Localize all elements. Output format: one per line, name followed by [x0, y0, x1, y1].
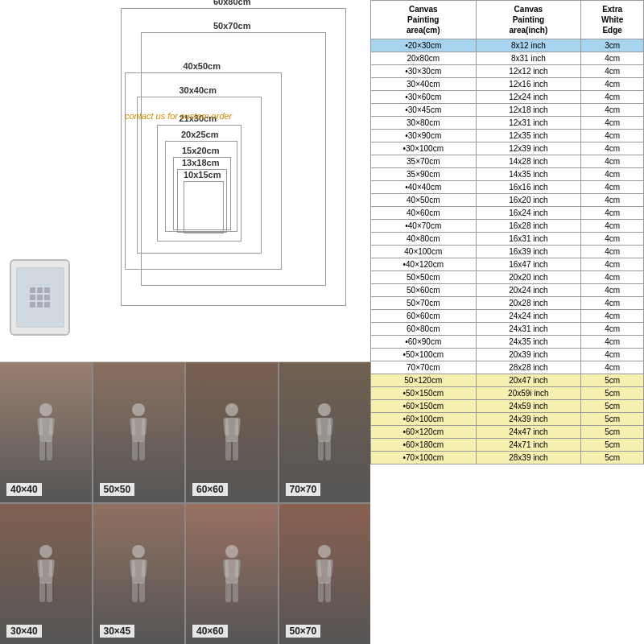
svg-rect-5 [47, 440, 52, 460]
svg-point-36 [225, 545, 238, 558]
photo-cell-label: 40×60 [192, 625, 228, 638]
right-panel: CanvasPaintingarea(cm) CanvasPaintingare… [370, 0, 644, 644]
svg-rect-22 [318, 440, 324, 460]
table-row: •30×30cm12x12 inch4cm [371, 65, 644, 78]
table-cell-26-2: 5cm [581, 374, 644, 387]
table-cell-3-0: 30×40cm [371, 78, 477, 91]
table-cell-21-0: 60×60cm [371, 310, 477, 323]
table-cell-12-0: 40×50cm [371, 194, 477, 207]
table-cell-21-2: 4cm [581, 310, 644, 323]
table-cell-22-0: 60×80cm [371, 323, 477, 336]
table-cell-5-0: •30×45cm [371, 104, 477, 117]
svg-rect-11 [139, 440, 145, 460]
canvas-rect-8 [184, 181, 224, 233]
photo-cell: 30×40 [0, 504, 92, 644]
table-cell-10-2: 4cm [581, 168, 644, 181]
table-cell-28-2: 5cm [581, 400, 644, 413]
svg-rect-46 [318, 582, 324, 602]
table-cell-31-0: •60×180cm [371, 439, 477, 452]
table-row: •30×90cm12x35 inch4cm [371, 130, 644, 142]
table-cell-23-1: 24x35 inch [476, 336, 581, 349]
table-cell-29-1: 24x39 inch [476, 413, 581, 426]
table-cell-2-0: •30×30cm [371, 65, 477, 78]
table-row: •60×120cm24x47 inch5cm [371, 426, 644, 439]
table-row: 30×80cm12x31 inch4cm [371, 117, 644, 130]
table-row: 35×90cm14x35 inch4cm [371, 168, 644, 181]
table-cell-15-1: 16x31 inch [476, 233, 581, 246]
table-cell-22-2: 4cm [581, 323, 644, 336]
table-cell-30-1: 24x47 inch [476, 426, 581, 439]
col-header-2: CanvasPaintingarea(inch) [476, 1, 581, 39]
rect-label-0: 60x80cm [213, 0, 251, 6]
table-cell-7-2: 4cm [581, 130, 644, 142]
table-row: 50×60cm20x24 inch4cm [371, 284, 644, 297]
svg-point-12 [225, 403, 238, 416]
table-cell-27-0: •50×150cm [371, 387, 477, 400]
table-cell-25-1: 28x28 inch [476, 361, 581, 374]
svg-point-18 [318, 403, 331, 416]
table-cell-5-1: 12x18 inch [476, 104, 581, 117]
table-row: 50×50cm20x20 inch4cm [371, 271, 644, 284]
table-cell-9-1: 14x28 inch [476, 155, 581, 168]
table-cell-29-2: 5cm [581, 413, 644, 426]
photo-cell-label: 70×70 [286, 483, 321, 496]
table-cell-7-0: •30×90cm [371, 130, 477, 142]
size-table: CanvasPaintingarea(cm) CanvasPaintingare… [370, 0, 644, 464]
table-cell-20-2: 4cm [581, 297, 644, 310]
col-header-3: ExtraWhiteEdge [581, 1, 644, 39]
table-cell-12-1: 16x20 inch [476, 194, 581, 207]
table-row: •20×30cm8x12 inch3cm [371, 39, 644, 52]
svg-point-0 [39, 403, 52, 416]
table-cell-30-2: 5cm [581, 426, 644, 439]
table-row: 30×40cm12x16 inch4cm [371, 78, 644, 91]
table-cell-5-2: 4cm [581, 104, 644, 117]
svg-point-30 [132, 545, 145, 558]
svg-rect-16 [225, 440, 231, 460]
table-cell-1-0: 20x80cm [371, 52, 477, 65]
table-cell-3-1: 12x16 inch [476, 78, 581, 91]
table-cell-16-1: 16x39 inch [476, 246, 581, 258]
table-cell-0-1: 8x12 inch [476, 39, 581, 52]
photo-cell: 50×70 [279, 504, 371, 644]
table-cell-20-1: 20x28 inch [476, 297, 581, 310]
table-cell-10-1: 14x35 inch [476, 168, 581, 181]
table-cell-16-2: 4cm [581, 246, 644, 258]
svg-rect-35 [139, 582, 145, 602]
table-cell-3-2: 4cm [581, 78, 644, 91]
table-cell-13-0: 40×60cm [371, 207, 477, 220]
rect-label-5: 20x25cm [181, 130, 219, 139]
table-container[interactable]: CanvasPaintingarea(cm) CanvasPaintingare… [370, 0, 644, 644]
svg-rect-41 [233, 582, 238, 602]
table-cell-27-1: 20x59i inch [476, 387, 581, 400]
table-row: •50×100cm20x39 inch4cm [371, 349, 644, 361]
table-cell-28-1: 24x59 inch [476, 400, 581, 413]
table-cell-1-1: 8x31 inch [476, 52, 581, 65]
table-cell-16-0: 40×100cm [371, 246, 477, 258]
table-cell-14-2: 4cm [581, 220, 644, 233]
table-cell-19-0: 50×60cm [371, 284, 477, 297]
table-row: 20x80cm8x31 inch4cm [371, 52, 644, 65]
table-row: •70×100cm28x39 inch5cm [371, 452, 644, 464]
table-cell-32-1: 28x39 inch [476, 452, 581, 464]
table-row: •60×90cm24x35 inch4cm [371, 336, 644, 349]
table-cell-23-0: •60×90cm [371, 336, 477, 349]
table-row: •60×180cm24x71 inch5cm [371, 439, 644, 452]
table-cell-19-1: 20x24 inch [476, 284, 581, 297]
table-cell-9-2: 4cm [581, 155, 644, 168]
photo-grid: 40×40 50×50 60×60 70×70 30×40 [0, 362, 370, 644]
table-row: 40×100cm16x39 inch4cm [371, 246, 644, 258]
photo-cell-label: 50×70 [286, 625, 321, 638]
table-cell-18-2: 4cm [581, 271, 644, 284]
table-row: 40×80cm16x31 inch4cm [371, 233, 644, 246]
table-cell-8-1: 12x39 inch [476, 142, 581, 155]
svg-rect-29 [47, 582, 52, 602]
table-row: •50×150cm20x59i inch5cm [371, 387, 644, 400]
svg-point-6 [132, 403, 145, 416]
photo-cell-label: 60×60 [192, 483, 228, 496]
svg-rect-17 [233, 440, 238, 460]
table-cell-4-2: 4cm [581, 91, 644, 104]
rect-label-2: 40x50cm [184, 61, 221, 71]
table-cell-31-1: 24x71 inch [476, 439, 581, 452]
contact-text: contact us for custom order [125, 111, 232, 121]
table-cell-8-0: •30×100cm [371, 142, 477, 155]
